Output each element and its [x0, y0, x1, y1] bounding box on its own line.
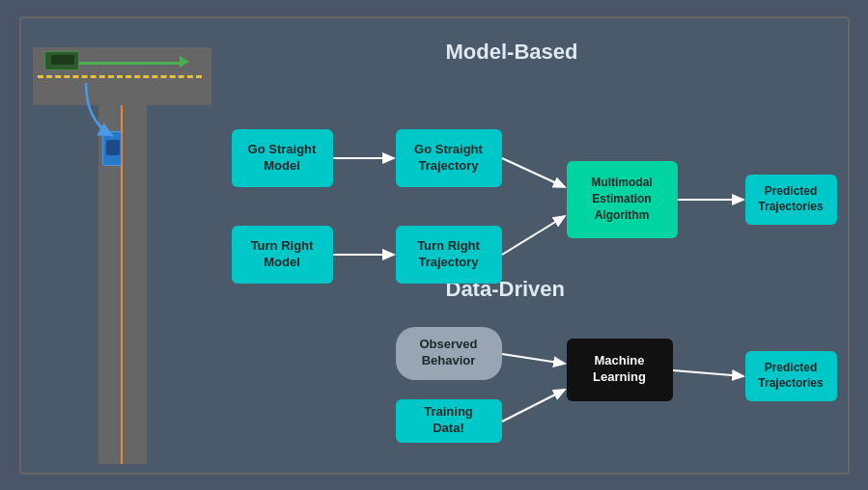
training-data-label: Training Data!: [424, 404, 473, 437]
diagram-container: Model-Based Data-Driven Go Straight Mode…: [19, 16, 850, 475]
svg-line-5: [502, 216, 565, 255]
training-data-box: Training Data!: [396, 399, 502, 443]
svg-line-9: [673, 370, 743, 376]
turn-right-trajectory-box: Turn Right Trajectory: [396, 226, 502, 284]
go-straight-model-label: Go Straight Model: [248, 142, 317, 175]
multimodal-estimation-box: Multimodal Estimation Algorithm: [567, 161, 678, 238]
predicted-trajectories-top-box: Predicted Trajectories: [745, 175, 837, 225]
predicted-trajectories-bottom-label: Predicted Trajectories: [758, 361, 823, 391]
go-straight-trajectory-label: Go Straight Trajectory: [414, 142, 483, 175]
green-straight-arrow-head: [180, 56, 189, 68]
horizontal-lane-line: [38, 75, 202, 78]
car-blue: [102, 131, 122, 166]
observed-behavior-box: Observed Behavior: [396, 327, 502, 380]
svg-line-7: [502, 354, 565, 364]
car-green: [44, 51, 79, 70]
svg-line-8: [502, 390, 565, 422]
model-based-label: Model-Based: [446, 40, 578, 65]
machine-learning-box: Machine Learning: [567, 339, 673, 401]
vertical-road: [98, 47, 147, 464]
multimodal-estimation-label: Multimodal Estimation Algorithm: [591, 175, 652, 223]
go-straight-model-box: Go Straight Model: [232, 129, 333, 187]
predicted-trajectories-bottom-box: Predicted Trajectories: [745, 351, 837, 401]
turn-right-model-label: Turn Right Model: [251, 238, 314, 271]
green-straight-arrow-line: [79, 62, 183, 65]
machine-learning-label: Machine Learning: [593, 353, 646, 386]
go-straight-trajectory-box: Go Straight Trajectory: [396, 129, 502, 187]
predicted-trajectories-top-label: Predicted Trajectories: [758, 184, 823, 214]
turn-right-trajectory-label: Turn Right Trajectory: [417, 238, 480, 271]
observed-behavior-label: Observed Behavior: [420, 337, 478, 369]
svg-line-4: [502, 158, 565, 187]
road-scene: [33, 30, 211, 464]
turn-right-model-box: Turn Right Model: [232, 226, 333, 284]
